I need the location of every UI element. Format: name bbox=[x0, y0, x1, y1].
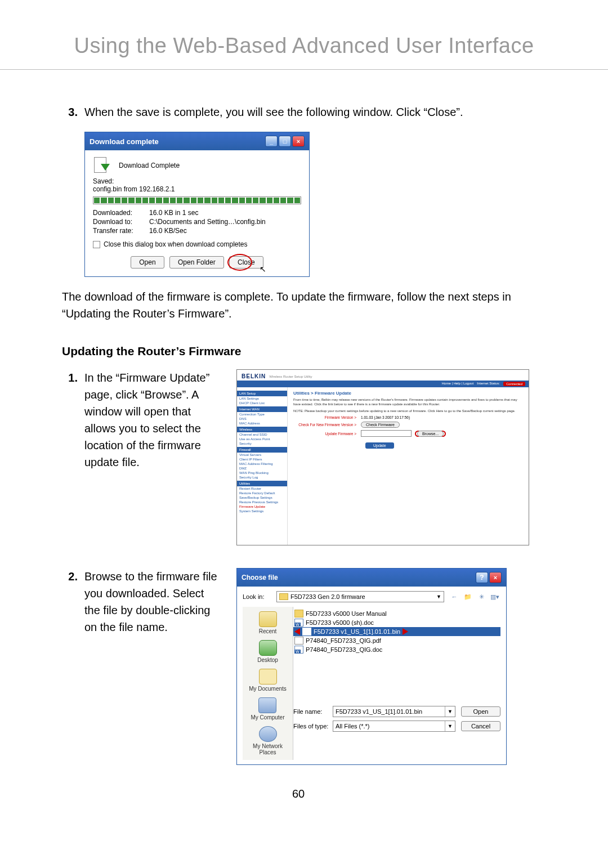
choose-file-dialog: Choose file ? × Look in: F5D7233 Gen 2.0… bbox=[236, 568, 507, 765]
side-dmz[interactable]: DMZ bbox=[237, 466, 287, 471]
step-3: 3. When the save is complete, you will s… bbox=[62, 104, 535, 120]
page-title: Using the Web-Based Advanced User Interf… bbox=[0, 0, 608, 70]
update-button[interactable]: Update bbox=[365, 442, 394, 449]
network-icon bbox=[259, 726, 277, 742]
places-bar: Recent Desktop My Documents bbox=[243, 607, 293, 760]
step-1: 1. In the “Firmware Update” page, click … bbox=[62, 369, 220, 534]
section-heading: Updating the Router’s Firmware bbox=[62, 344, 535, 358]
folder-icon bbox=[279, 593, 288, 600]
page-number: 60 bbox=[62, 788, 535, 800]
open-folder-button[interactable]: Open Folder bbox=[169, 256, 224, 269]
file-item[interactable]: F5D7233 v5000 User Manual bbox=[293, 609, 500, 618]
download-to-value: C:\Documents and Setting…\config.bin bbox=[149, 218, 266, 226]
side-ipfilence[interactable]: Client IP Filters bbox=[237, 457, 287, 462]
content-p1: From time to time, Belkin may release ne… bbox=[293, 398, 523, 407]
side-security[interactable]: Security bbox=[237, 441, 287, 446]
back-icon[interactable]: ← bbox=[449, 591, 460, 602]
choose-titlebar: Choose file ? × bbox=[237, 569, 506, 587]
place-network[interactable]: My Network Places bbox=[245, 726, 290, 755]
choose-close-icon[interactable]: × bbox=[489, 572, 502, 583]
doc-icon bbox=[294, 619, 303, 627]
side-conn-type[interactable]: Connection Type bbox=[237, 412, 287, 417]
bin-icon bbox=[302, 628, 311, 636]
firmware-path-input[interactable] bbox=[361, 430, 412, 437]
lookin-dropdown[interactable]: F5D7233 Gen 2.0 firmware ▼ bbox=[276, 591, 444, 602]
side-firmware-update[interactable]: Firmware Update bbox=[237, 504, 287, 509]
view-menu-icon[interactable]: ▥▾ bbox=[489, 591, 500, 602]
side-restart[interactable]: Restart Router bbox=[237, 486, 287, 491]
side-system[interactable]: System Settings bbox=[237, 509, 287, 513]
side-ap[interactable]: Use as Access Point bbox=[237, 437, 287, 441]
browse-button[interactable]: Browse... bbox=[417, 431, 444, 437]
highlight-arrow-icon bbox=[403, 628, 408, 635]
folder-icon bbox=[294, 610, 303, 618]
side-head-wan: Internet WAN bbox=[237, 406, 287, 412]
side-head-utilities: Utilities bbox=[237, 481, 287, 486]
new-folder-icon[interactable]: ✳ bbox=[476, 591, 487, 602]
side-macfilter[interactable]: MAC Address Filtering bbox=[237, 462, 287, 466]
help-icon[interactable]: ? bbox=[476, 572, 488, 583]
file-list: F5D7233 v5000 User Manual F5D7233 v5000 … bbox=[293, 607, 500, 703]
side-head-lan: LAN Setup bbox=[237, 391, 287, 396]
after-download-text: The download of the firmware is complete… bbox=[62, 288, 535, 322]
side-head-wireless: Wireless bbox=[237, 427, 287, 432]
sidebar: LAN Setup LAN Settings DHCP Client List … bbox=[237, 387, 288, 545]
fw-version-label: Firmware Version > bbox=[293, 415, 361, 419]
place-desktop[interactable]: Desktop bbox=[257, 640, 278, 663]
filename-label: File name: bbox=[293, 708, 333, 715]
side-save[interactable]: Save/Backup Settings bbox=[237, 495, 287, 500]
place-documents[interactable]: My Documents bbox=[249, 669, 287, 692]
lookin-label: Look in: bbox=[243, 593, 276, 600]
chevron-down-icon: ▼ bbox=[436, 594, 441, 599]
up-folder-icon[interactable]: 📁 bbox=[462, 591, 473, 602]
side-ping[interactable]: WAN Ping Blocking bbox=[237, 471, 287, 475]
belkin-logo: BELKIN bbox=[242, 373, 266, 379]
progress-bar bbox=[93, 196, 301, 204]
file-item-selected[interactable]: F5D7233 v1_US_1[1].01.01.bin bbox=[293, 627, 500, 636]
cursor-icon: ↖ bbox=[260, 265, 266, 274]
lookin-value: F5D7233 Gen 2.0 firmware bbox=[290, 593, 365, 600]
close-when-done-checkbox[interactable] bbox=[93, 241, 100, 248]
close-button[interactable]: Close ↖ bbox=[229, 256, 263, 269]
open-file-button[interactable]: Open bbox=[461, 706, 500, 717]
side-restore[interactable]: Restore Factory Default bbox=[237, 491, 287, 495]
file-item[interactable]: P74840_F5D7233_QIG.pdf bbox=[293, 636, 500, 645]
saved-value: config.bin from 192.168.2.1 bbox=[93, 185, 301, 193]
filetype-dropdown[interactable]: All Files (*.*) ▼ bbox=[333, 721, 455, 732]
side-dns[interactable]: DNS bbox=[237, 417, 287, 421]
minimize-icon[interactable]: _ bbox=[265, 136, 278, 147]
maximize-icon[interactable]: □ bbox=[279, 136, 291, 147]
step-2-text: Browse to the firmware file you download… bbox=[84, 568, 220, 754]
side-vservers[interactable]: Virtual Servers bbox=[237, 453, 287, 457]
side-restore-prev[interactable]: Restore Previous Settings bbox=[237, 500, 287, 504]
download-complete-dialog: Download complete _ □ × Download Complet… bbox=[84, 132, 310, 277]
computer-icon bbox=[258, 697, 276, 713]
step-1-text: In the “Firmware Update” page, click “Br… bbox=[84, 369, 220, 534]
file-item[interactable]: P74840_F5D7233_QIG.doc bbox=[293, 645, 500, 654]
open-button[interactable]: Open bbox=[131, 256, 164, 269]
pdf-icon bbox=[294, 637, 303, 645]
file-item[interactable]: F5D7233 v5000 (sh).doc bbox=[293, 618, 500, 627]
filename-input[interactable]: F5D7233 v1_US_1[1].01.01.bin ▼ bbox=[333, 706, 455, 717]
download-icon bbox=[93, 156, 112, 175]
recent-icon bbox=[259, 611, 277, 627]
place-recent[interactable]: Recent bbox=[259, 611, 277, 634]
side-channel[interactable]: Channel and SSID bbox=[237, 432, 287, 437]
check-firmware-button[interactable]: Check Firmware bbox=[361, 422, 400, 428]
chevron-down-icon: ▼ bbox=[445, 721, 453, 731]
belkin-subtitle: Wireless Router Setup Utility bbox=[269, 375, 312, 378]
fw-version-value: 1.01.03 (Jan 3 2007 10:17:56) bbox=[361, 415, 410, 419]
transfer-rate-value: 16.0 KB/Sec bbox=[149, 227, 187, 235]
header-links[interactable]: Home | Help | Logout bbox=[442, 382, 473, 386]
place-computer[interactable]: My Computer bbox=[251, 697, 284, 721]
firmware-update-page: BELKIN Wireless Router Setup Utility Hom… bbox=[236, 369, 529, 545]
side-seclog[interactable]: Security Log bbox=[237, 475, 287, 480]
status-badge: Connected bbox=[503, 382, 525, 386]
step-3-number: 3. bbox=[62, 104, 84, 120]
cancel-button[interactable]: Cancel bbox=[461, 721, 500, 731]
side-dhcp[interactable]: DHCP Client List bbox=[237, 401, 287, 405]
side-lan-settings[interactable]: LAN Settings bbox=[237, 396, 287, 401]
close-icon[interactable]: × bbox=[292, 136, 305, 147]
side-mac[interactable]: MAC Address bbox=[237, 421, 287, 426]
update-fw-label: Update Firmware > bbox=[293, 432, 361, 436]
